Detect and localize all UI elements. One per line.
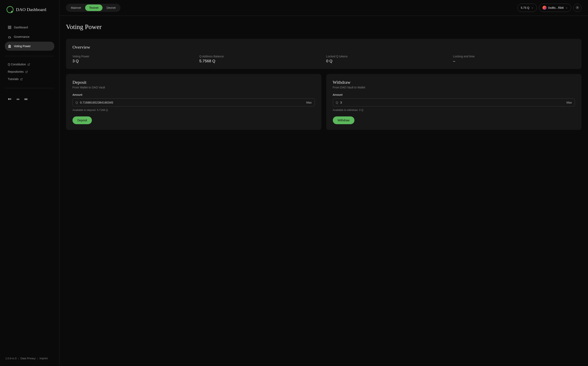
network-devnet[interactable]: Devnet xyxy=(103,5,120,11)
stat-value: – xyxy=(453,59,575,63)
wallet-avatar xyxy=(543,6,547,10)
overview-title: Overview xyxy=(73,45,575,50)
overview-card: Overview Voting Power 3 Q Q Address Bala… xyxy=(66,39,581,69)
nav-label: Voting Power xyxy=(14,45,31,48)
voting-power-icon xyxy=(8,44,11,48)
reddit-icon[interactable] xyxy=(16,97,20,101)
sidebar-item-voting-power[interactable]: Voting Power xyxy=(5,42,54,51)
chevron-down-icon xyxy=(565,7,568,9)
wallet-dropdown[interactable]: 0xd6c...f5b6 xyxy=(539,4,571,12)
withdraw-title: Withdraw xyxy=(333,80,575,85)
currency-prefix: Q xyxy=(75,101,78,104)
action-cards: Deposit From Wallet to DAO Vault Amount … xyxy=(66,74,581,135)
stat-label: Voting Power xyxy=(73,55,194,58)
stat-value: 0 Q xyxy=(326,59,448,63)
svg-point-5 xyxy=(10,98,11,100)
link-repositories[interactable]: Repositories xyxy=(5,69,54,75)
network-testnet[interactable]: Testnet xyxy=(85,5,103,11)
logo[interactable]: DAO Dashboard xyxy=(5,6,54,13)
svg-point-4 xyxy=(8,98,10,100)
external-link-icon xyxy=(28,63,30,66)
withdraw-button[interactable]: Withdraw xyxy=(333,116,354,124)
sidebar-footer: 1.0.0-rc.0 | Data Privacy | Imprint xyxy=(5,357,54,360)
separator: | xyxy=(37,357,38,360)
social-icons xyxy=(5,97,54,101)
deposit-helper: Available to deposit: 5.7168 Q xyxy=(73,108,315,112)
amount-label: Amount xyxy=(73,93,315,96)
network-mainnet[interactable]: Mainnet xyxy=(67,5,85,11)
balance-dropdown[interactable]: 5.75 Q xyxy=(517,4,537,12)
balance-value: 5.75 Q xyxy=(521,6,529,9)
withdraw-input-wrapper: Q Max xyxy=(333,99,575,107)
sidebar-item-dashboard[interactable]: Dashboard xyxy=(5,23,54,32)
svg-point-7 xyxy=(17,99,18,100)
app-title: DAO Dashboard xyxy=(16,7,46,12)
stat-value: 5.7568 Q xyxy=(199,59,321,63)
deposit-button[interactable]: Deposit xyxy=(73,116,92,124)
chevron-down-icon xyxy=(531,7,534,9)
external-links: Q Constitution Repositories Tutorials xyxy=(5,61,54,83)
sidebar: DAO Dashboard Dashboard Governance Votin… xyxy=(0,0,60,366)
header-right: 5.75 Q 0xd6c...f5b6 xyxy=(517,4,581,12)
network-switcher: Mainnet Testnet Devnet xyxy=(66,4,121,12)
version: 1.0.0-rc.0 xyxy=(5,357,16,360)
svg-rect-0 xyxy=(8,26,9,27)
content: Voting Power Overview Voting Power 3 Q Q… xyxy=(60,16,588,366)
stat-label: Locked Q tokens xyxy=(326,55,448,58)
deposit-input-wrapper: Q Max xyxy=(73,99,315,107)
separator: | xyxy=(18,357,19,360)
stat-locked-tokens: Locked Q tokens 0 Q xyxy=(326,55,448,63)
link-label: Q Constitution xyxy=(8,63,26,66)
svg-rect-1 xyxy=(10,26,11,27)
svg-point-8 xyxy=(18,99,19,100)
deposit-subtitle: From Wallet to DAO Vault xyxy=(73,86,315,89)
link-label: Tutorials xyxy=(8,77,19,81)
header: Mainnet Testnet Devnet 5.75 Q 0xd6c...f5… xyxy=(60,0,588,16)
link-tutorials[interactable]: Tutorials xyxy=(5,76,54,82)
dashboard-icon xyxy=(8,25,11,29)
deposit-title: Deposit xyxy=(73,80,315,85)
deposit-max-button[interactable]: Max xyxy=(306,101,312,104)
stat-label: Q Address Balance xyxy=(199,55,321,58)
nav-list: Dashboard Governance Voting Power xyxy=(5,23,54,51)
withdraw-card: Withdraw From DAO Vault to Wallet Amount… xyxy=(326,74,582,130)
external-link-icon xyxy=(20,78,23,80)
link-q-constitution[interactable]: Q Constitution xyxy=(5,61,54,68)
gear-icon xyxy=(576,6,579,10)
settings-button[interactable] xyxy=(573,4,581,12)
governance-icon xyxy=(8,35,11,38)
divider xyxy=(5,56,54,56)
amount-label: Amount xyxy=(333,93,575,96)
stat-value: 3 Q xyxy=(73,59,194,63)
deposit-amount-input[interactable] xyxy=(80,101,304,104)
svg-rect-2 xyxy=(8,28,9,29)
withdraw-amount-input[interactable] xyxy=(340,101,564,104)
page-title: Voting Power xyxy=(66,23,581,31)
svg-point-6 xyxy=(11,99,11,100)
wallet-address: 0xd6c...f5b6 xyxy=(548,6,564,9)
withdraw-max-button[interactable]: Max xyxy=(566,101,572,104)
discord-icon[interactable] xyxy=(24,97,28,101)
stat-label: Locking end time xyxy=(453,55,575,58)
overview-grid: Voting Power 3 Q Q Address Balance 5.756… xyxy=(73,55,575,63)
link-label: Repositories xyxy=(8,70,24,73)
main: Mainnet Testnet Devnet 5.75 Q 0xd6c...f5… xyxy=(60,0,588,366)
currency-prefix: Q xyxy=(336,101,338,104)
stat-voting-power: Voting Power 3 Q xyxy=(73,55,194,63)
stat-address-balance: Q Address Balance 5.7568 Q xyxy=(199,55,321,63)
svg-rect-3 xyxy=(10,28,11,29)
deposit-card: Deposit From Wallet to DAO Vault Amount … xyxy=(66,74,321,130)
imprint-link[interactable]: Imprint xyxy=(39,357,48,360)
svg-point-9 xyxy=(577,7,578,8)
stat-locking-end: Locking end time – xyxy=(453,55,575,63)
nav-label: Dashboard xyxy=(14,26,28,29)
withdraw-subtitle: From DAO Vault to Wallet xyxy=(333,86,575,89)
data-privacy-link[interactable]: Data Privacy xyxy=(20,357,36,360)
external-link-icon xyxy=(25,70,28,73)
withdraw-helper: Available to withdraw: 3 Q xyxy=(333,108,575,112)
nav-label: Governance xyxy=(14,35,30,38)
sidebar-item-governance[interactable]: Governance xyxy=(5,32,54,41)
logo-icon xyxy=(7,6,14,13)
medium-icon[interactable] xyxy=(8,97,12,101)
